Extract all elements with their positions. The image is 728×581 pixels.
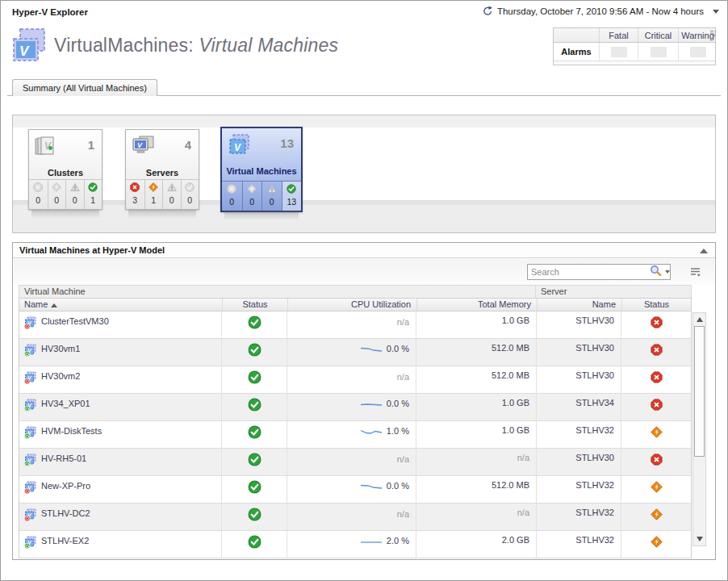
alarms-count-cell-fatal[interactable] [599, 43, 638, 61]
cpu-utilization-cell: 0.0 % [287, 476, 416, 503]
collapse-panel-icon[interactable] [700, 249, 708, 253]
column-header-cpu-utilization[interactable]: CPU Utilization [287, 299, 416, 311]
vm-status-cell [221, 394, 287, 420]
cpu-sparkline [359, 427, 383, 437]
table-row[interactable]: VHV34_XP010.0 %1.0 GBSTLHV34 [19, 394, 691, 421]
virtual-machines-panel: Virtual Machines at Hyper-V Model Virtua… [12, 242, 716, 560]
server-status-cell [621, 339, 691, 366]
column-header-total-memory[interactable]: Total Memory [416, 299, 537, 311]
status-normal-icon [248, 321, 261, 331]
total-memory-cell: 2.0 GB [416, 531, 536, 558]
memory-value: 1.0 GB [502, 425, 529, 435]
tile-status-critical: 0 [242, 182, 262, 211]
tile-servers[interactable]: V4Servers3100 [125, 129, 199, 210]
server-status-cell [621, 421, 691, 448]
tile-virtual-machines[interactable]: V13Virtual Machines00013 [220, 127, 303, 212]
alarms-corner-cell [554, 28, 599, 42]
tile-status-warning: 0 [65, 180, 84, 209]
status-normal-icon [248, 513, 261, 523]
alarms-summary-table: FatalCriticalWarning Alarms [553, 27, 716, 65]
vm-name: HV30vm1 [41, 342, 80, 353]
vm-icon: V [23, 342, 37, 359]
topology-tile-band: V1Clusters0001V4Servers3100V13Virtual Ma… [12, 115, 716, 233]
table-row[interactable]: VHV30vm2n/a512.0 MBSTLHV30 [19, 366, 691, 394]
column-header-server-status[interactable]: Status [621, 299, 691, 311]
table-row[interactable]: VNew-XP-Pro0.0 %512.0 MBSTLHV32 [19, 476, 691, 504]
table-row[interactable]: VSTLHV-DC2n/an/aSTLHV32 [19, 504, 691, 531]
cpu-utilization-cell: 1.0 % [287, 421, 416, 448]
tile-clusters[interactable]: V1Clusters0001 [28, 129, 103, 210]
cpu-utilization-cell: n/a [287, 449, 416, 475]
alarms-count-cell-critical[interactable] [638, 43, 678, 61]
cpu-utilization-cell: 0.0 % [287, 339, 416, 366]
cpu-value: 1.0 % [387, 426, 409, 436]
status-fatal-icon [651, 320, 663, 330]
server-name: STLHV32 [575, 425, 614, 435]
svg-text:V: V [44, 140, 52, 152]
server-name-cell: STLHV30 [536, 449, 621, 475]
table-row[interactable]: VSTLHV-EX22.0 %2.0 GBSTLHV32 [19, 531, 691, 558]
vm-status-cell [221, 366, 287, 393]
scroll-down-arrow-icon[interactable] [697, 537, 703, 541]
virtual-machines-header-icon: V [10, 27, 52, 72]
servers-icon: V [131, 135, 157, 161]
alarms-customizer-icon[interactable] [709, 29, 717, 39]
vm-status-cell [221, 531, 287, 558]
search-icon[interactable] [649, 265, 663, 280]
server-name: STLHV32 [575, 535, 614, 545]
search-input[interactable] [528, 267, 649, 277]
table-customizer-icon[interactable] [689, 266, 701, 281]
memory-value: n/a [517, 508, 529, 517]
tile-label: Clusters [29, 168, 102, 178]
table-row[interactable]: VClusterTestVM30n/a1.0 GBSTLHV30 [19, 311, 691, 339]
server-status-cell [621, 531, 691, 558]
vm-status-cell [221, 421, 287, 448]
virtual-machines-icon: V [227, 133, 256, 162]
column-group-header-row: Virtual Machine Server [19, 285, 692, 298]
cpu-value: 2.0 % [387, 536, 409, 545]
column-header-server-name[interactable]: Name [537, 299, 621, 311]
time-range-selector[interactable]: Thursday, October 7, 2010 9:56 AM - Now … [483, 6, 719, 17]
column-header-name[interactable]: Name [19, 299, 222, 311]
alarms-column-label: Fatal [609, 31, 628, 40]
cpu-utilization-cell: n/a [287, 311, 416, 338]
svg-text:V: V [234, 142, 241, 153]
alarms-count-cell-warning[interactable] [678, 43, 717, 61]
scroll-up-arrow-icon[interactable] [697, 317, 703, 322]
vm-name-cell: VNew-XP-Pro [19, 476, 221, 503]
vm-icon: V [23, 507, 37, 524]
vm-status-cell [221, 449, 287, 475]
table-row[interactable]: VHV-RH5-01n/an/aSTLHV30 [19, 449, 691, 476]
tile-status-summary: 00013 [222, 181, 301, 211]
table-row[interactable]: VHV30vm10.0 %512.0 MBSTLHV30 [19, 339, 691, 366]
memory-value: 512.0 MB [492, 480, 529, 490]
vm-name-cell: VHVM-DiskTests [19, 421, 221, 448]
tab-summary-all-virtual-machines[interactable]: Summary (All Virtual Machines) [12, 79, 157, 96]
cpu-sparkline [359, 537, 383, 547]
tile-status-summary: 0001 [29, 179, 102, 209]
alarms-column-label: Critical [645, 31, 672, 40]
tile-status-warning: 0 [162, 180, 181, 209]
server-status-cell [621, 449, 691, 475]
server-name: STLHV32 [575, 508, 614, 517]
column-header-status[interactable]: Status [222, 299, 287, 311]
server-name: STLHV30 [575, 343, 614, 353]
vertical-scrollbar[interactable] [692, 312, 706, 546]
tile-count: 1 [88, 138, 94, 152]
tile-label: Servers [126, 168, 199, 178]
search-options-chevron-icon[interactable] [665, 270, 670, 274]
vm-name: HVM-DiskTests [41, 424, 102, 436]
band-top-strip [13, 115, 715, 127]
server-status-cell [621, 394, 691, 420]
scrollbar-thumb[interactable] [694, 326, 705, 457]
status-critical-icon [651, 430, 663, 440]
server-status-cell [621, 504, 691, 530]
memory-value: 1.0 GB [502, 398, 529, 408]
status-normal-icon [248, 486, 261, 495]
hyper-v-explorer-window: Hyper-V Explorer Thursday, October 7, 20… [0, 0, 728, 581]
table-row[interactable]: VHVM-DiskTests1.0 %1.0 GBSTLHV32 [19, 421, 691, 449]
tile-count: 13 [280, 136, 294, 150]
vm-icon: V [23, 397, 37, 414]
status-normal-icon [248, 349, 261, 358]
total-memory-cell: 1.0 GB [416, 421, 536, 448]
